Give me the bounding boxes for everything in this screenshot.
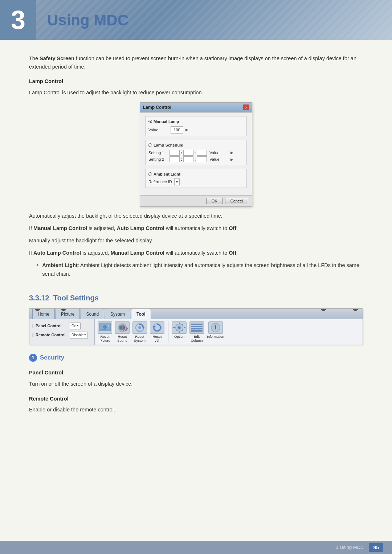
- page-footer: 3 Using MDC 95: [0, 541, 392, 554]
- setting2-label: Setting 2: [148, 156, 168, 163]
- panel-control-subheading: Panel Control: [29, 369, 363, 377]
- manual-lamp-label: Manual Lamp: [154, 119, 179, 125]
- info-svg: i: [210, 322, 221, 333]
- setting2-hour[interactable]: [170, 156, 180, 162]
- tab-picture[interactable]: Picture: [56, 309, 80, 319]
- tab-sound[interactable]: Sound: [81, 309, 104, 319]
- lamp-schedule-label: Lamp Schedule: [154, 142, 183, 148]
- lamp-control-dialog: Lamp Control ✕ Manual Lamp Value 100 ▶: [140, 102, 252, 207]
- security-title: Security: [40, 353, 64, 362]
- information-label: Information: [207, 335, 224, 338]
- lamp-schedule-section: Lamp Schedule Setting 1 : : Value ▶: [145, 140, 247, 165]
- setting1-arrow[interactable]: ▶: [230, 150, 233, 155]
- security-badge: 1: [29, 354, 37, 362]
- chapter-title: Using MDC: [36, 9, 128, 32]
- tab-tool[interactable]: Tool: [131, 309, 151, 319]
- setting1-sec[interactable]: [197, 150, 207, 156]
- separator: [168, 321, 168, 343]
- intro-paragraph: The Safety Screen function can be used t…: [29, 54, 363, 71]
- setting2-row: Setting 2 : : Value ▶: [148, 156, 244, 163]
- footer-chapter-text: 3 Using MDC: [336, 544, 364, 551]
- badge-4: 4: [352, 308, 358, 311]
- tool-interface-box: 1 Home 2 Picture Sound System Tool 3 4: [29, 308, 363, 345]
- ok-button[interactable]: OK: [206, 198, 223, 204]
- svg-text:i: i: [215, 324, 216, 331]
- option-icon-item[interactable]: Option: [172, 321, 187, 338]
- radio-unselected-icon: [148, 143, 152, 147]
- reset-all-svg: [151, 322, 164, 333]
- reset-picture-icon-item[interactable]: ResetPicture: [98, 321, 112, 343]
- reset-picture-svg: [98, 322, 111, 333]
- edit-bar-3: [191, 328, 203, 329]
- information-icon: i: [208, 321, 223, 334]
- main-content: The Safety Screen function can be used t…: [0, 40, 392, 432]
- cancel-button[interactable]: Cancel: [225, 198, 248, 204]
- reset-system-svg: [133, 322, 146, 333]
- remote-control-dropdown[interactable]: Disable ▾: [70, 332, 88, 338]
- reset-all-icon: [150, 321, 164, 334]
- setting2-value-label: Value: [209, 156, 229, 163]
- option-svg: [173, 322, 186, 333]
- edit-bar-2: [191, 326, 203, 327]
- reset-system-icon-item[interactable]: ResetSystem: [132, 321, 147, 343]
- edit-bar-1: [191, 324, 203, 325]
- panel-control-label: Panel Control: [36, 323, 68, 329]
- remote-control-subheading: Remote Control: [29, 395, 363, 403]
- setting2-sec[interactable]: [197, 156, 207, 162]
- lamp-control-heading: Lamp Control: [29, 78, 363, 86]
- reset-sound-svg: [116, 322, 129, 333]
- reset-sound-label: ResetSound: [117, 335, 127, 343]
- edit-column-icon: [189, 321, 204, 334]
- panel-control-row: | Panel Control On ▾: [29, 321, 94, 331]
- lamp-schedule-radio[interactable]: Lamp Schedule: [148, 142, 244, 148]
- para-1: Automatically adjust the backlight of th…: [29, 212, 363, 221]
- edit-column-label: EditColumn: [191, 335, 203, 343]
- dialog-title: Lamp Control: [143, 104, 171, 111]
- svg-point-11: [178, 327, 180, 329]
- manual-lamp-radio[interactable]: Manual Lamp: [148, 119, 244, 125]
- tool-settings-interface: 1 Home 2 Picture Sound System Tool 3 4: [29, 308, 363, 345]
- reference-id-dropdown[interactable]: ▾: [174, 178, 180, 185]
- reference-id-label: Reference ID: [148, 179, 172, 185]
- information-icon-item[interactable]: i Information: [207, 321, 224, 338]
- ambient-light-label: Ambient Light: [154, 171, 180, 177]
- reset-all-label: ResetAll: [153, 335, 162, 343]
- dialog-body: Manual Lamp Value 100 ▶ Lamp Schedule: [140, 112, 252, 195]
- reset-sound-icon-item[interactable]: ResetSound: [115, 321, 130, 343]
- setting1-row: Setting 1 : : Value ▶: [148, 150, 244, 156]
- ambient-light-bullet: • Ambient Light: Ambient Light detects a…: [36, 261, 363, 282]
- remote-control-text: Enable or disable the remote control.: [29, 406, 363, 414]
- setting1-label: Setting 1: [148, 150, 168, 156]
- panel-control-text: Turn on or off the screen of a display d…: [29, 380, 363, 389]
- section-3312-title: 3.3.12 Tool Settings: [29, 292, 363, 303]
- dialog-titlebar: Lamp Control ✕: [140, 103, 252, 112]
- remote-control-row: | Remote Control Disable ▾: [29, 331, 94, 340]
- reference-id-row: Reference ID ▾: [148, 178, 244, 185]
- ambient-light-radio[interactable]: Ambient Light: [148, 171, 244, 177]
- setting1-min[interactable]: [183, 150, 193, 156]
- edit-column-icon-item[interactable]: EditColumn: [189, 321, 204, 343]
- setting2-arrow[interactable]: ▶: [230, 157, 233, 162]
- remote-control-label: Remote Control: [36, 332, 68, 338]
- reset-system-icon: [132, 321, 147, 334]
- reset-all-icon-item[interactable]: ResetAll: [150, 321, 164, 343]
- tool-icons-row: ResetPicture: [98, 321, 360, 343]
- value-box: 100: [171, 126, 183, 134]
- lamp-control-dialog-container: Lamp Control ✕ Manual Lamp Value 100 ▶: [29, 102, 363, 207]
- reset-picture-icon: [98, 321, 112, 334]
- value-arrow[interactable]: ▶: [185, 127, 188, 132]
- dialog-close-button[interactable]: ✕: [243, 104, 249, 110]
- tab-system[interactable]: System: [105, 309, 130, 319]
- tool-interface-body: | Panel Control On ▾ | Remote Control Di…: [29, 319, 363, 345]
- value-label: Value: [148, 127, 168, 133]
- setting2-min[interactable]: [183, 156, 193, 162]
- panel-control-dropdown[interactable]: On ▾: [70, 323, 81, 329]
- radio-ambient-icon: [148, 172, 152, 176]
- chapter-header: 3 Using MDC: [0, 0, 392, 40]
- tool-right-panel: ResetPicture: [95, 319, 363, 345]
- manual-lamp-section: Manual Lamp Value 100 ▶: [145, 116, 247, 136]
- setting1-hour[interactable]: [170, 150, 180, 156]
- dialog-footer: OK Cancel: [140, 195, 252, 206]
- security-heading: 1 Security: [29, 353, 363, 362]
- radio-selected-icon: [148, 120, 152, 123]
